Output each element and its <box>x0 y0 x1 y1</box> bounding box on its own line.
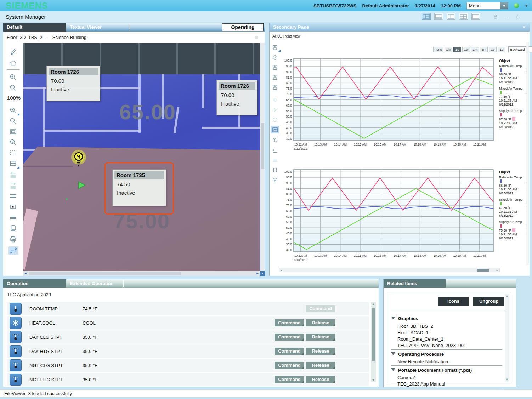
play-marker-icon[interactable] <box>77 181 86 191</box>
scrollbar-thumb[interactable] <box>29 272 181 275</box>
collapse-triangle-icon[interactable] <box>391 352 395 355</box>
related-item-link[interactable]: Room_Data_Center_1 <box>397 336 443 342</box>
legend-entry[interactable]: Return Air Temp 68.00 °F 10:21:36 AM 6/1… <box>499 64 528 84</box>
chevron-down-icon[interactable]: ▼ <box>500 2 508 9</box>
section-graphics[interactable]: Graphics <box>398 316 418 321</box>
next-view-icon[interactable] <box>8 181 18 190</box>
release-button[interactable]: Release <box>306 334 335 341</box>
measure-icon[interactable] <box>271 146 279 154</box>
point-row-ngt-clg-stpt[interactable]: NGT CLG STPT 35.0 °F Command Release <box>7 359 369 372</box>
range-1w-button[interactable]: 1w <box>462 47 470 52</box>
export-icon[interactable] <box>271 166 279 174</box>
scroll-down-arrow[interactable]: ▼ <box>505 378 509 381</box>
command-button[interactable]: Command <box>275 348 304 355</box>
secondary-pane-header[interactable]: Secondary Pane ✕ <box>270 23 530 32</box>
save-icon[interactable] <box>271 63 279 71</box>
operating-mode-button[interactable]: Operating <box>222 23 264 31</box>
release-button[interactable]: Release <box>306 362 335 369</box>
list-icon[interactable] <box>8 213 18 222</box>
legend-entry[interactable]: Mixed Air Tempe 47.30 °F 10:21:36 AM 6/1… <box>499 198 528 218</box>
gridlines-icon[interactable] <box>271 156 279 164</box>
layout-quad-button[interactable] <box>422 13 431 20</box>
range-none-button[interactable]: none <box>433 47 443 52</box>
zoom-in-icon[interactable] <box>8 73 18 81</box>
trend-chart-upper[interactable]: 30.035.040.045.050.055.060.065.070.075.0… <box>279 54 497 156</box>
scroll-left-arrow[interactable]: ◄ <box>23 271 28 276</box>
pan-icon[interactable] <box>8 159 18 168</box>
print-icon[interactable] <box>271 176 279 184</box>
command-button[interactable]: Command <box>275 319 304 326</box>
floorplan-canvas[interactable]: 65.00 75.00 Room 1726 70.00 Inactive <box>23 43 265 276</box>
breadcrumb-location[interactable]: Science Building <box>52 35 86 40</box>
command-button[interactable]: Command <box>275 376 304 383</box>
point-row-ngt-htg-stpt[interactable]: NGT HTG STPT 35.0 °F Command Release <box>7 373 369 386</box>
collapse-triangle-icon[interactable] <box>391 317 395 319</box>
range-1hr-button[interactable]: 1hr <box>445 47 452 52</box>
close-icon[interactable]: ✕ <box>522 24 526 30</box>
tab-extended-operation[interactable]: Extended Operation <box>66 279 123 288</box>
menu-dropdown[interactable]: Menu ▼ <box>466 2 508 10</box>
scroll-up-arrow[interactable]: ▲ <box>505 294 509 298</box>
trend-chart-lower[interactable]: 30.035.040.045.050.055.060.065.070.075.0… <box>279 165 497 267</box>
release-button[interactable]: Release <box>306 376 335 383</box>
comment-icon[interactable] <box>8 246 18 255</box>
range-1y-button[interactable]: 1y <box>489 47 497 52</box>
legend-entry[interactable]: Return Air Temp 66.80 °F 10:21:36 AM 6/1… <box>499 176 528 195</box>
tab-textual-viewer[interactable]: Textual Viewer <box>66 23 129 32</box>
section-operating-procedure[interactable]: Operating Procedure <box>398 352 444 357</box>
collapse-triangle-icon[interactable] <box>391 368 395 371</box>
scroll-right-arrow[interactable]: ► <box>255 271 260 276</box>
refresh-icon[interactable] <box>271 116 279 124</box>
save-all-icon[interactable] <box>271 83 279 91</box>
fit-view-icon[interactable] <box>8 127 18 136</box>
related-item-link[interactable]: TEC_APP_VAV_None_2023_001 <box>397 343 466 348</box>
related-item-link[interactable]: New Remote Notification <box>397 359 448 364</box>
zoom-selection-icon[interactable] <box>8 106 18 115</box>
command-button[interactable]: Command <box>275 334 304 341</box>
vertical-scrollbar[interactable] <box>526 42 529 265</box>
ungroup-button[interactable]: Ungroup <box>473 297 504 306</box>
range-3m-button[interactable]: 3m <box>480 47 488 52</box>
horizontal-scrollbar[interactable]: ◄ ► <box>23 271 260 276</box>
related-item-link[interactable]: Camera1 <box>397 375 416 380</box>
point-row-heat-cool[interactable]: HEAT.COOL COOL Command Release <box>7 316 369 330</box>
vertical-scrollbar[interactable] <box>260 43 265 271</box>
crop-view-icon[interactable] <box>8 203 18 211</box>
zoom-level-label[interactable]: 100% <box>6 95 22 101</box>
scrollbar-thumb[interactable] <box>261 123 264 169</box>
play-icon[interactable] <box>271 106 279 114</box>
scroll-down-arrow[interactable]: ▼ <box>371 378 376 382</box>
vertical-scrollbar[interactable]: ▲ ▼ <box>371 302 376 382</box>
previous-view-icon[interactable] <box>8 171 18 179</box>
legend-entry[interactable]: Supply Air Temp 87.50 °F 10:21:36 AM 6/1… <box>499 109 528 129</box>
tab-operation[interactable]: Operation <box>3 279 66 288</box>
range-1d-button[interactable]: 1d <box>453 47 461 52</box>
minimize-button[interactable] <box>504 13 510 20</box>
scroll-right-arrow[interactable]: ► <box>496 268 499 272</box>
zoom-in-icon[interactable] <box>271 136 279 144</box>
related-item-link[interactable]: TEC_2023 App Manual <box>397 381 445 387</box>
layout-left-split-button[interactable] <box>447 13 455 20</box>
select-area-icon[interactable] <box>8 149 18 157</box>
section-pdf[interactable]: Portable Document Format (*.pdf) <box>398 367 472 373</box>
chevron-down-icon[interactable]: ▼ <box>525 4 528 8</box>
copy-pages-icon[interactable] <box>8 224 18 232</box>
release-button[interactable]: Release <box>306 319 335 326</box>
magnifier-icon[interactable] <box>8 117 18 125</box>
zoom-out-icon[interactable] <box>8 84 18 92</box>
scroll-down-arrow[interactable]: ▼ <box>260 271 265 276</box>
lock-icon[interactable] <box>492 13 499 20</box>
layout-grid-button[interactable] <box>459 13 468 20</box>
release-button[interactable]: Release <box>306 348 335 355</box>
point-row-day-clg-stpt[interactable]: DAY CLG STPT 35.0 °F Command Release <box>7 330 369 344</box>
restore-button[interactable] <box>515 13 521 20</box>
home-icon[interactable] <box>8 59 18 67</box>
layers-icon[interactable] <box>8 192 18 200</box>
icons-button[interactable]: Icons <box>438 297 469 306</box>
stop-icon[interactable] <box>271 53 279 61</box>
horizontal-scrollbar[interactable]: ◄ ► <box>279 268 500 272</box>
point-row-room-temp[interactable]: ROOM TEMP 74.5 °F Command <box>7 302 369 315</box>
command-button[interactable]: Command <box>275 362 304 369</box>
range-1m-button[interactable]: 1m <box>471 47 479 52</box>
range-1d2-button[interactable]: 1d <box>498 47 505 52</box>
